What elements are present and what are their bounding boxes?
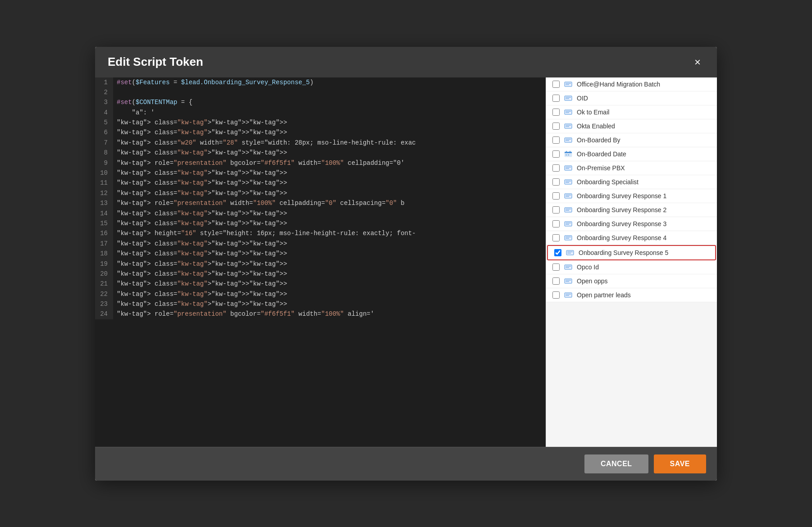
line-content: "kw-tag"> class="kw-tag">"kw-tag">>"kw-t…	[113, 259, 546, 269]
list-item[interactable]: Onboarding Survey Response 1	[546, 189, 717, 203]
field-label: Onboarding Survey Response 2	[577, 206, 666, 214]
field-type-icon	[563, 291, 573, 299]
list-item[interactable]: Open opps	[546, 274, 717, 288]
field-type-icon	[563, 264, 573, 271]
list-item[interactable]: Opco Id	[546, 260, 717, 274]
line-number: 12	[95, 188, 113, 198]
list-item[interactable]: Onboarding Specialist	[546, 175, 717, 189]
list-item[interactable]: Onboarding Survey Response 3	[546, 217, 717, 231]
field-type-icon	[563, 277, 573, 285]
field-type-icon	[563, 164, 573, 172]
modal-body: 1#set($Features = $lead.Onboarding_Surve…	[95, 77, 717, 447]
line-content: "kw-tag"> role="presentation" bgcolor="#…	[113, 309, 546, 319]
line-number: 10	[95, 168, 113, 178]
field-type-icon	[563, 136, 573, 144]
field-checkbox-onboarding-survey-4[interactable]	[552, 234, 560, 241]
field-list-panel: Office@Hand Migration Batch OID Ok to Em…	[546, 77, 717, 447]
line-number: 19	[95, 259, 113, 269]
code-editor[interactable]: 1#set($Features = $lead.Onboarding_Surve…	[95, 77, 546, 447]
line-content: "kw-tag"> class="kw-tag">"kw-tag">>"kw-t…	[113, 239, 546, 249]
table-row: 12"kw-tag"> class="kw-tag">"kw-tag">>"kw…	[95, 188, 546, 198]
field-type-icon	[563, 150, 573, 158]
line-content: #set($CONTENTMap = {	[113, 97, 546, 107]
svg-rect-6	[565, 110, 572, 114]
field-type-icon	[563, 109, 573, 116]
list-item[interactable]: On-Boarded By	[546, 133, 717, 147]
svg-rect-42	[565, 265, 572, 269]
line-content: "kw-tag"> height="16" style="height: 16p…	[113, 228, 546, 238]
field-checkbox-ok-to-email[interactable]	[552, 109, 560, 116]
table-row: 21"kw-tag"> class="kw-tag">"kw-tag">>"kw…	[95, 279, 546, 289]
list-item[interactable]: Onboarding Survey Response 5	[547, 245, 716, 260]
field-checkbox-onboarding-survey-3[interactable]	[552, 220, 560, 227]
field-checkbox-on-premise-pbx[interactable]	[552, 164, 560, 172]
table-row: 17"kw-tag"> class="kw-tag">"kw-tag">>"kw…	[95, 239, 546, 249]
line-number: 5	[95, 118, 113, 127]
table-row: 3#set($CONTENTMap = {	[95, 97, 546, 107]
field-checkbox-open-opps[interactable]	[552, 277, 560, 285]
table-row: 8"kw-tag"> class="kw-tag">"kw-tag">>"kw-…	[95, 148, 546, 158]
save-button[interactable]: SAVE	[654, 454, 706, 473]
field-checkbox-okta-enabled[interactable]	[552, 123, 560, 130]
line-content: "kw-tag"> class="kw-tag">"kw-tag">>"kw-t…	[113, 148, 546, 158]
line-number: 7	[95, 138, 113, 148]
table-row: 4 "a": '	[95, 108, 546, 118]
close-button[interactable]: ×	[691, 55, 704, 69]
table-row: 7"kw-tag"> class="w20" width="28" style=…	[95, 138, 546, 148]
table-row: 15"kw-tag"> class="kw-tag">"kw-tag">>"kw…	[95, 218, 546, 228]
list-item[interactable]: Onboarding Survey Response 2	[546, 203, 717, 217]
field-checkbox-on-boarded-by[interactable]	[552, 136, 560, 144]
table-row: 14"kw-tag"> class="kw-tag">"kw-tag">>"kw…	[95, 209, 546, 218]
field-type-icon	[563, 123, 573, 130]
list-item[interactable]: On-Premise PBX	[546, 161, 717, 175]
list-item[interactable]: Onboarding Survey Response 4	[546, 231, 717, 245]
table-row: 16"kw-tag"> height="16" style="height: 1…	[95, 228, 546, 238]
field-checkbox-oid[interactable]	[552, 95, 560, 102]
line-content: "kw-tag"> class="kw-tag">"kw-tag">>"kw-t…	[113, 168, 546, 178]
field-label: On-Premise PBX	[577, 164, 625, 172]
table-row: 18"kw-tag"> class="kw-tag">"kw-tag">>"kw…	[95, 249, 546, 259]
table-row: 9"kw-tag"> role="presentation" bgcolor="…	[95, 158, 546, 168]
line-content: "kw-tag"> class="kw-tag">"kw-tag">>"kw-t…	[113, 178, 546, 188]
list-item[interactable]: Okta Enabled	[546, 119, 717, 133]
field-type-icon	[563, 192, 573, 200]
edit-script-token-modal: Edit Script Token × 1#set($Features = $l…	[95, 47, 717, 481]
svg-rect-24	[565, 180, 572, 184]
list-item[interactable]: On-Boarded Date	[546, 147, 717, 161]
field-label: OID	[577, 95, 588, 102]
list-item[interactable]: Office@Hand Migration Batch	[546, 77, 717, 91]
list-item[interactable]: OID	[546, 91, 717, 105]
field-checkbox-onboarding-survey-2[interactable]	[552, 206, 560, 214]
line-content: "kw-tag"> class="kw-tag">"kw-tag">>"kw-t…	[113, 218, 546, 228]
field-checkbox-open-partner-leads[interactable]	[552, 291, 560, 299]
svg-rect-33	[565, 222, 572, 226]
svg-rect-9	[565, 124, 572, 128]
svg-rect-12	[565, 138, 572, 142]
field-label: Onboarding Survey Response 4	[577, 234, 666, 241]
field-type-icon	[563, 220, 573, 227]
line-content: "kw-tag"> class="kw-tag">"kw-tag">>"kw-t…	[113, 249, 546, 259]
field-checkbox-opco-id[interactable]	[552, 264, 560, 271]
cancel-button[interactable]: CANCEL	[584, 454, 648, 473]
svg-rect-21	[565, 166, 572, 170]
field-type-icon	[563, 81, 573, 88]
svg-rect-39	[566, 250, 574, 255]
table-row: 23"kw-tag"> class="kw-tag">"kw-tag">>"kw…	[95, 299, 546, 309]
line-content: "kw-tag"> class="kw-tag">"kw-tag">>"kw-t…	[113, 299, 546, 309]
field-label: Ok to Email	[577, 109, 609, 116]
line-content: "kw-tag"> class="kw-tag">"kw-tag">>"kw-t…	[113, 118, 546, 127]
line-number: 3	[95, 97, 113, 107]
svg-rect-19	[566, 154, 567, 155]
line-content: "kw-tag"> class="kw-tag">"kw-tag">>"kw-t…	[113, 209, 546, 218]
svg-rect-36	[565, 236, 572, 240]
field-checkbox-onboarding-survey-5[interactable]	[554, 249, 561, 256]
list-item[interactable]: Ok to Email	[546, 105, 717, 119]
line-content: #set($Features = $lead.Onboarding_Survey…	[113, 77, 546, 87]
field-checkbox-onboarding-survey-1[interactable]	[552, 192, 560, 200]
field-checkbox-office-hand[interactable]	[552, 81, 560, 88]
field-label: Onboarding Specialist	[577, 178, 639, 186]
field-type-icon	[563, 206, 573, 214]
field-checkbox-on-boarded-date[interactable]	[552, 150, 560, 158]
list-item[interactable]: Open partner leads	[546, 288, 717, 302]
field-checkbox-onboarding-specialist[interactable]	[552, 178, 560, 186]
